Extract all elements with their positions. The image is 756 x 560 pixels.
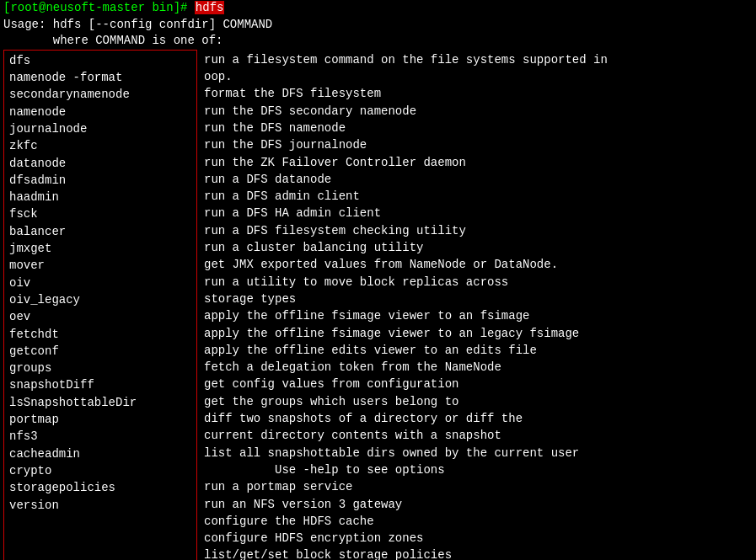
command-name-12: mover — [9, 257, 191, 274]
hdfs-command: hdfs — [195, 1, 225, 14]
command-desc-23: run a portmap service — [204, 478, 746, 495]
prompt-line: [root@neusoft-master bin]# hdfs — [0, 0, 756, 17]
command-name-28: version — [9, 497, 191, 514]
command-desc-8: run a DFS HA admin client — [204, 205, 746, 221]
command-name-4: journalnode — [9, 120, 191, 137]
command-desc-15: apply the offline fsimage viewer to an l… — [204, 325, 746, 342]
command-descs-col: run a filesystem command on the file sys… — [197, 50, 753, 560]
command-name-9: fsck — [9, 205, 191, 222]
command-desc-25: configure the HDFS cache — [204, 513, 746, 530]
command-desc-6: run a DFS datanode — [204, 171, 746, 188]
usage-line1: Usage: hdfs [--config confdir] COMMAND — [0, 17, 756, 34]
command-name-18: getconf — [9, 343, 191, 360]
command-names-col: dfsnamenode -formatsecondarynamenodename… — [3, 50, 197, 560]
command-name-23: portmap — [9, 411, 191, 428]
command-desc-17: fetch a delegation token from the NameNo… — [204, 359, 746, 376]
command-desc-9: run a DFS filesystem checking utility — [204, 222, 746, 239]
terminal: [root@neusoft-master bin]# hdfs Usage: h… — [0, 0, 756, 560]
command-name-7: dfsadmin — [9, 172, 191, 189]
command-name-2: secondarynamenode — [9, 86, 191, 103]
command-desc-3: run the DFS namenode — [204, 120, 746, 136]
command-name-19: groups — [9, 360, 191, 376]
command-desc-27: list/get/set block storage policies — [204, 547, 746, 560]
command-desc-19: get the groups which users belong to — [204, 393, 746, 410]
command-desc-20: diff two snapshots of a directory or dif… — [204, 410, 746, 445]
command-desc-2: run the DFS secondary namenode — [204, 103, 746, 120]
command-name-25: cacheadmin — [9, 445, 191, 462]
command-name-27: storagepolicies — [9, 479, 191, 496]
command-name-3: namenode — [9, 104, 191, 120]
prompt-root: [root@neusoft-master bin]# — [3, 1, 195, 14]
command-desc-12: run a utility to move block replicas acr… — [204, 274, 746, 308]
command-desc-16: apply the offline edits viewer to an edi… — [204, 342, 746, 359]
command-name-8: haadmin — [9, 189, 191, 205]
command-name-11: jmxget — [9, 240, 191, 257]
command-name-0: dfs — [9, 52, 191, 69]
command-name-21: lsSnapshottableDir — [9, 394, 191, 411]
command-name-15: oiv_legacy — [9, 291, 191, 308]
command-desc-21: list all snapshottable dirs owned by the… — [204, 445, 746, 479]
command-desc-0: run a filesystem command on the file sys… — [204, 51, 746, 86]
usage-line2: where COMMAND is one of: — [0, 33, 756, 50]
command-desc-14: apply the offline fsimage viewer to an f… — [204, 307, 746, 324]
command-desc-5: run the ZK Failover Controller daemon — [204, 154, 746, 171]
command-name-1: namenode -format — [9, 69, 191, 86]
command-name-17: fetchdt — [9, 326, 191, 343]
command-name-20: snapshotDiff — [9, 376, 191, 393]
command-desc-26: configure HDFS encryption zones — [204, 530, 746, 547]
command-desc-1: format the DFS filesystem — [204, 85, 746, 102]
command-desc-7: run a DFS admin client — [204, 188, 746, 205]
command-name-26: crypto — [9, 462, 191, 479]
command-desc-10: run a cluster balancing utility — [204, 239, 746, 256]
command-name-16: oev — [9, 308, 191, 325]
command-name-24: nfs3 — [9, 428, 191, 445]
command-desc-4: run the DFS journalnode — [204, 136, 746, 153]
command-desc-24: run an NFS version 3 gateway — [204, 496, 746, 513]
command-desc-11: get JMX exported values from NameNode or… — [204, 256, 746, 273]
command-name-6: datanode — [9, 155, 191, 172]
command-name-10: balancer — [9, 223, 191, 240]
command-name-5: zkfc — [9, 137, 191, 154]
command-name-14: oiv — [9, 275, 191, 291]
command-desc-18: get config values from configuration — [204, 376, 746, 392]
content-area: dfsnamenode -formatsecondarynamenodename… — [0, 50, 756, 560]
